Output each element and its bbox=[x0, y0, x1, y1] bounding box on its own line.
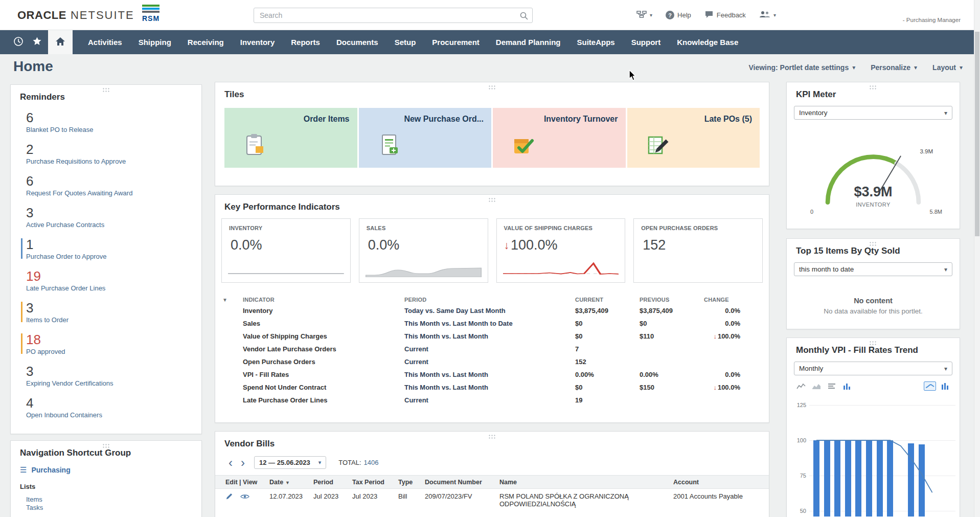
portlet-drag-handle[interactable] bbox=[869, 85, 877, 89]
kpi-row-spend-not-under-contract[interactable]: Spend Not Under Contract This Month vs. … bbox=[222, 381, 762, 394]
kpi-card-inventory[interactable]: INVENTORY 0.0% bbox=[221, 218, 351, 283]
oracle-netsuite-logo[interactable]: ORACLENETSUITE bbox=[17, 9, 134, 22]
home-tab[interactable] bbox=[48, 30, 73, 54]
personalize-menu[interactable]: Personalize ▾ bbox=[871, 63, 917, 72]
reminder-item[interactable]: 2 Purchase Requisitions to Approve bbox=[11, 138, 201, 170]
nav-item-support[interactable]: Support bbox=[623, 30, 669, 54]
chart-type-bar-icon[interactable] bbox=[841, 381, 853, 391]
portlet-drag-handle[interactable] bbox=[488, 434, 496, 439]
nav-item-inventory[interactable]: Inventory bbox=[232, 30, 283, 54]
reminder-label[interactable]: Open Inbound Containers bbox=[26, 411, 193, 419]
tile-new-purchase-order[interactable]: New Purchase Ord... bbox=[359, 108, 492, 168]
shortcut-group-purchasing[interactable]: ☰ Purchasing bbox=[11, 463, 201, 477]
indicator-period[interactable]: This Month vs. Last Month bbox=[404, 368, 575, 381]
col-header-period[interactable]: Period bbox=[309, 476, 348, 489]
kpi-row-sales[interactable]: Sales This Month vs. Last Month to Date … bbox=[222, 317, 762, 330]
nav-item-activities[interactable]: Activities bbox=[80, 30, 130, 54]
bill-account-link[interactable]: 2001 Accounts Payable bbox=[669, 489, 769, 512]
portlet-drag-handle[interactable] bbox=[488, 85, 496, 89]
indicator-current[interactable]: $0 bbox=[575, 381, 640, 394]
viewing-menu[interactable]: Viewing: Portlet date settings ▾ bbox=[748, 63, 855, 72]
nav-item-setup[interactable]: Setup bbox=[386, 30, 424, 54]
kpi-meter-select[interactable]: Inventory ▾ bbox=[794, 106, 952, 120]
tile-late-pos[interactable]: Late POs (5) bbox=[627, 108, 760, 168]
chart-type-area-icon[interactable] bbox=[810, 381, 823, 391]
help-button[interactable]: ? Help bbox=[666, 11, 691, 19]
reminder-item[interactable]: 1 Purchase Order to Approve bbox=[11, 233, 201, 265]
indicator-period[interactable]: Today vs. Same Day Last Month bbox=[404, 304, 575, 317]
date-range-select[interactable]: 12 — 25.06.2023 ▾ bbox=[254, 456, 326, 469]
indicator-current[interactable]: 152 bbox=[575, 355, 640, 368]
kpi-row-late-po-lines[interactable]: Late Purchase Order Lines Current 19 bbox=[222, 394, 762, 407]
col-header-date[interactable]: Date▼ bbox=[265, 476, 309, 489]
next-range-button[interactable]: › bbox=[237, 457, 249, 468]
create-new-menu[interactable]: ▾ bbox=[636, 11, 652, 19]
chart-style-bar-toggle[interactable] bbox=[939, 381, 951, 391]
recent-records-button[interactable] bbox=[9, 30, 28, 54]
reminder-item[interactable]: 6 Request For Quotes Awaiting Award bbox=[11, 170, 201, 201]
indicator-period[interactable]: This Month vs. Last Month bbox=[404, 381, 575, 394]
col-header-document-number[interactable]: Document Number bbox=[421, 476, 495, 489]
nav-item-procurement[interactable]: Procurement bbox=[424, 30, 488, 54]
indicator-period[interactable]: This Month vs. Last Month bbox=[404, 330, 575, 343]
fill-rates-period-select[interactable]: Monthly ▾ bbox=[794, 362, 952, 375]
view-eye-icon[interactable] bbox=[240, 493, 249, 500]
reminder-label[interactable]: Purchase Order to Approve bbox=[26, 253, 193, 260]
reminder-label[interactable]: Items to Order bbox=[26, 316, 193, 324]
page-scrollbar[interactable] bbox=[974, 0, 980, 517]
reminder-item[interactable]: 3 Active Purchase Contracts bbox=[11, 201, 201, 233]
nav-item-documents[interactable]: Documents bbox=[328, 30, 386, 54]
col-header-type[interactable]: Type bbox=[394, 476, 421, 489]
nav-item-receiving[interactable]: Receiving bbox=[179, 30, 232, 54]
shortcuts-button[interactable] bbox=[28, 30, 46, 54]
roles-menu[interactable]: ▾ bbox=[759, 11, 776, 19]
kpi-row-vendor-late-pos[interactable]: Vendor Late Purchase Orders Current 7 bbox=[222, 343, 762, 355]
indicator-period[interactable]: Current bbox=[404, 394, 575, 407]
reminder-item[interactable]: 3 Items to Order bbox=[11, 297, 201, 328]
nav-item-shipping[interactable]: Shipping bbox=[130, 30, 179, 54]
reminder-label[interactable]: Expiring Vendor Certifications bbox=[26, 379, 193, 387]
indicator-current[interactable]: $0 bbox=[575, 330, 640, 343]
nav-item-reports[interactable]: Reports bbox=[283, 30, 328, 54]
edit-pencil-icon[interactable] bbox=[225, 492, 233, 500]
indicator-current[interactable]: $0 bbox=[575, 317, 640, 330]
reminder-label[interactable]: Active Purchase Contracts bbox=[26, 221, 193, 229]
nav-item-suiteapps[interactable]: SuiteApps bbox=[569, 30, 623, 54]
portlet-drag-handle[interactable] bbox=[869, 241, 877, 246]
search-input[interactable] bbox=[254, 8, 532, 23]
shortcut-link-tasks[interactable]: Tasks bbox=[26, 504, 43, 512]
kpi-card-sales[interactable]: SALES 0.0% bbox=[359, 218, 488, 283]
nav-item-demand-planning[interactable]: Demand Planning bbox=[488, 30, 569, 54]
prev-range-button[interactable]: ‹ bbox=[224, 457, 237, 468]
indicator-current[interactable]: 0.00% bbox=[575, 368, 640, 381]
col-header-tax-period[interactable]: Tax Period bbox=[348, 476, 394, 489]
col-header-account[interactable]: Account bbox=[669, 476, 769, 489]
tile-inventory-turnover[interactable]: Inventory Turnover bbox=[493, 108, 626, 168]
shortcut-link-items[interactable]: Items bbox=[26, 496, 43, 504]
indicator-period[interactable]: Current bbox=[404, 355, 575, 368]
chart-style-line-toggle[interactable] bbox=[924, 381, 936, 391]
reminder-item[interactable]: 6 Blanket PO to Release bbox=[11, 106, 201, 138]
reminder-label[interactable]: Purchase Requisitions to Approve bbox=[26, 158, 193, 165]
reminder-item[interactable]: 4 Open Inbound Containers bbox=[11, 392, 201, 423]
indicator-current[interactable]: 19 bbox=[575, 394, 640, 407]
scrollbar-thumb[interactable] bbox=[975, 32, 979, 236]
portlet-drag-handle[interactable] bbox=[488, 197, 496, 202]
portlet-drag-handle[interactable] bbox=[102, 443, 110, 448]
kpi-row-open-pos[interactable]: Open Purchase Orders Current 152 bbox=[222, 355, 762, 368]
reminder-label[interactable]: Blanket PO to Release bbox=[26, 126, 193, 133]
indicator-period[interactable]: This Month vs. Last Month to Date bbox=[404, 317, 575, 330]
feedback-button[interactable]: Feedback bbox=[704, 10, 746, 20]
indicator-period[interactable]: Current bbox=[404, 343, 575, 355]
collapse-caret-icon[interactable]: ▼ bbox=[222, 297, 227, 303]
kpi-row-shipping-charges[interactable]: Value of Shipping Charges This Month vs.… bbox=[222, 330, 762, 343]
kpi-card-open-purchase-orders[interactable]: OPEN PURCHASE ORDERS 152 bbox=[633, 218, 763, 283]
reminder-item[interactable]: 19 Late Purchase Order Lines bbox=[11, 265, 201, 297]
kpi-row-inventory[interactable]: Inventory Today vs. Same Day Last Month … bbox=[222, 304, 762, 317]
portlet-drag-handle[interactable] bbox=[869, 341, 877, 345]
kpi-card-shipping-charges[interactable]: VALUE OF SHIPPING CHARGES ↓ 100.0% bbox=[496, 218, 626, 283]
top-items-range-select[interactable]: this month to date ▾ bbox=[794, 262, 952, 276]
chart-type-line-icon[interactable] bbox=[795, 381, 807, 391]
portlet-drag-handle[interactable] bbox=[102, 87, 110, 92]
indicator-current[interactable]: 7 bbox=[575, 343, 640, 355]
